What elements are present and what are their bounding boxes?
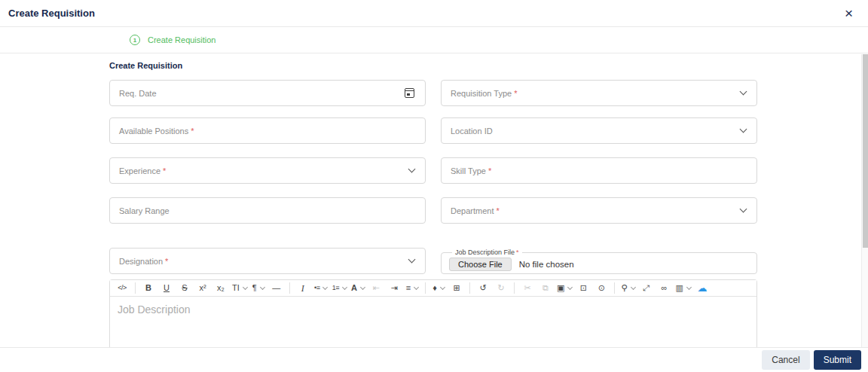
preview-button[interactable]: ⊙ <box>592 281 610 296</box>
scrollbar[interactable] <box>861 54 868 347</box>
strikethrough-icon: S <box>182 284 187 292</box>
strikethrough-button[interactable]: S <box>176 281 194 296</box>
redo-icon: ↻ <box>497 284 504 292</box>
chevron-down-icon <box>408 256 416 264</box>
unordered-list-button[interactable]: •≡ <box>312 281 330 296</box>
department-select[interactable]: Department * <box>441 197 757 224</box>
italic-button[interactable]: I <box>294 281 312 296</box>
toolbar-divider <box>425 282 426 294</box>
horizontal-line-button[interactable]: — <box>267 281 286 296</box>
job-description-file-label: Job Description File* <box>452 249 522 256</box>
scrollbar-thumb[interactable] <box>863 54 868 248</box>
outdent-icon: ⇤ <box>372 284 379 292</box>
ordered-list-button[interactable]: 1≡ <box>330 281 349 296</box>
subscript-button[interactable]: x₂ <box>212 281 230 296</box>
insert-table-button[interactable]: ⊞ <box>448 281 466 296</box>
chevron-down-icon <box>408 166 416 173</box>
chevron-down-icon <box>260 284 265 289</box>
calendar-icon[interactable] <box>405 88 414 98</box>
experience-select[interactable]: Experience * <box>109 157 426 184</box>
salary-range-input[interactable]: Salary Range <box>109 197 426 224</box>
chevron-down-icon <box>740 88 747 96</box>
horizontal-line-icon: — <box>272 284 280 292</box>
ordered-list-icon: 1≡ <box>332 285 339 291</box>
submit-button[interactable]: Submit <box>814 350 861 370</box>
underline-button[interactable]: U <box>157 281 176 296</box>
zoom-button[interactable]: ⚲ <box>619 281 637 296</box>
bold-icon: B <box>145 284 151 292</box>
underline-icon: U <box>164 284 170 292</box>
chevron-down-icon <box>342 284 347 289</box>
select-all-icon: ⊡ <box>580 284 587 292</box>
subscript-icon: x₂ <box>217 284 225 292</box>
cancel-button[interactable]: Cancel <box>762 350 809 370</box>
chevron-down-icon <box>740 206 747 213</box>
cloud-upload-button[interactable]: ☁ <box>693 281 711 296</box>
chevron-down-icon <box>630 284 635 289</box>
fullscreen-button[interactable]: ⤢ <box>637 281 656 296</box>
select-all-button[interactable]: ⊡ <box>574 281 592 296</box>
indent-button[interactable]: ⇥ <box>385 281 403 296</box>
chevron-down-icon <box>414 284 419 289</box>
code-view-icon: </> <box>118 285 127 291</box>
editor-toolbar: </> B U S x² x₂ TI ¶ — I •≡ 1≡ A ⇤ ⇥ ≡ ♦… <box>110 280 756 297</box>
redo-button[interactable]: ↻ <box>492 281 510 296</box>
font-size-button[interactable]: TI <box>230 281 249 296</box>
chevron-down-icon <box>243 284 248 289</box>
insert-image-button[interactable]: ▥ <box>674 281 693 296</box>
colors-button[interactable]: ♦ <box>429 281 448 296</box>
copy-icon: ⧉ <box>542 284 549 292</box>
choose-file-button[interactable]: Choose File <box>449 258 512 271</box>
section-title: Create Requisition <box>109 61 757 70</box>
outdent-button[interactable]: ⇤ <box>367 281 385 296</box>
bold-button[interactable]: B <box>139 281 157 296</box>
req-date-input[interactable]: Req. Date <box>109 80 426 106</box>
align-button[interactable]: ≡ <box>403 281 421 296</box>
toolbar-divider <box>514 282 515 294</box>
job-description-textarea[interactable]: Job Description <box>110 297 756 347</box>
unordered-list-icon: •≡ <box>314 285 319 291</box>
fullscreen-icon: ⤢ <box>643 284 649 292</box>
cloud-upload-icon: ☁ <box>697 283 707 293</box>
chevron-down-icon <box>440 284 445 289</box>
toolbar-divider <box>614 282 615 294</box>
superscript-button[interactable]: x² <box>194 281 212 296</box>
text-color-button[interactable]: A <box>349 281 367 296</box>
color-droplet-icon: ♦ <box>432 284 437 292</box>
cut-button[interactable]: ✂ <box>518 281 536 296</box>
close-icon: × <box>845 5 853 21</box>
paste-button[interactable]: ▣ <box>555 281 574 296</box>
designation-select[interactable]: Designation * <box>109 248 426 274</box>
editor-placeholder: Job Description <box>118 303 191 316</box>
close-button[interactable]: × <box>840 6 857 20</box>
chevron-down-icon <box>360 284 365 289</box>
cut-scissors-icon: ✂ <box>524 284 530 292</box>
table-icon: ⊞ <box>453 284 460 292</box>
step-label: Create Requisition <box>148 35 216 44</box>
modal-title: Create Requisition <box>8 8 95 19</box>
chevron-down-icon <box>740 126 747 133</box>
insert-link-button[interactable]: ∞ <box>656 281 674 296</box>
form-content: Create Requisition Req. Date Requisition… <box>0 61 868 355</box>
modal-header: Create Requisition × <box>0 0 868 27</box>
superscript-icon: x² <box>199 284 206 292</box>
toolbar-divider <box>135 282 136 294</box>
copy-button[interactable]: ⧉ <box>536 281 555 296</box>
available-positions-input[interactable]: Available Positions * <box>109 117 426 144</box>
toolbar-divider <box>289 282 290 294</box>
job-description-file-field: Job Description File* Choose File No fil… <box>441 249 757 274</box>
undo-button[interactable]: ↺ <box>474 281 492 296</box>
requisition-type-select[interactable]: Requisition Type * <box>441 80 757 106</box>
skill-type-input[interactable]: Skill Type * <box>441 157 757 184</box>
magnifier-icon: ⚲ <box>621 284 627 292</box>
code-view-button[interactable]: </> <box>113 281 131 296</box>
paragraph-format-button[interactable]: ¶ <box>249 281 267 296</box>
chevron-down-icon <box>686 284 692 289</box>
italic-icon: I <box>301 284 304 293</box>
chevron-down-icon <box>322 284 328 289</box>
eye-icon: ⊙ <box>598 284 605 292</box>
undo-icon: ↺ <box>479 284 486 292</box>
image-icon: ▥ <box>676 284 683 292</box>
location-id-select[interactable]: Location ID <box>441 117 757 144</box>
chevron-down-icon <box>567 284 573 289</box>
